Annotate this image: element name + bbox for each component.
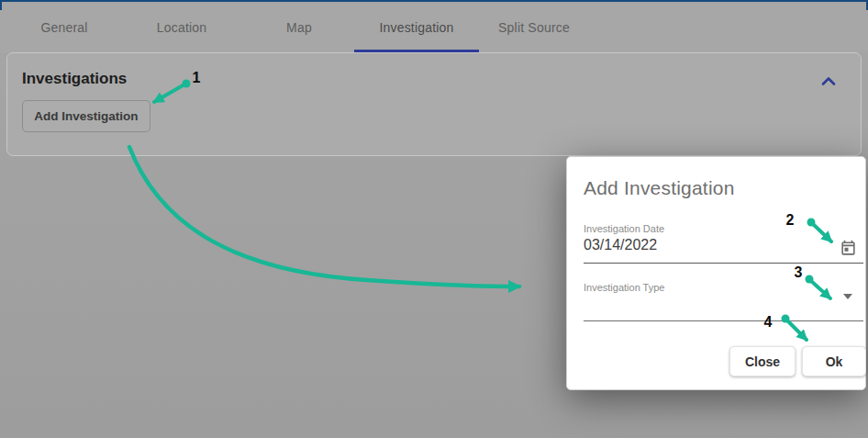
app-window: General Location Map Investigation Split… — [0, 0, 868, 438]
investigation-date-input[interactable]: 03/14/2022 — [584, 237, 657, 253]
window-border-corner-left — [0, 2, 2, 10]
panel-collapse-button[interactable] — [818, 73, 839, 90]
add-investigation-button[interactable]: Add Investigation — [22, 100, 150, 132]
investigation-date-label: Investigation Date — [584, 223, 664, 234]
tab-split-source[interactable]: Split Source — [475, 4, 593, 52]
dialog-title: Add Investigation — [584, 177, 735, 199]
tab-investigation[interactable]: Investigation — [358, 4, 475, 52]
investigation-type-dropdown[interactable] — [840, 299, 855, 310]
calendar-picker-button[interactable] — [839, 240, 857, 258]
date-field-underline — [584, 263, 863, 264]
chevron-up-icon — [821, 75, 836, 89]
close-button[interactable]: Close — [729, 346, 796, 376]
add-investigation-dialog: Add Investigation Investigation Date 03/… — [566, 156, 866, 390]
calendar-icon — [840, 246, 857, 260]
investigations-heading: Investigations — [22, 70, 127, 88]
tab-general[interactable]: General — [6, 4, 123, 52]
tab-location[interactable]: Location — [123, 4, 240, 52]
dropdown-caret-icon — [843, 294, 852, 313]
type-field-underline — [584, 320, 863, 321]
ok-button[interactable]: Ok — [802, 346, 866, 376]
tab-map[interactable]: Map — [240, 4, 358, 52]
investigations-panel: Investigations Add Investigation — [6, 52, 862, 156]
investigation-type-label: Investigation Type — [584, 282, 664, 293]
tab-bar: General Location Map Investigation Split… — [0, 4, 868, 52]
